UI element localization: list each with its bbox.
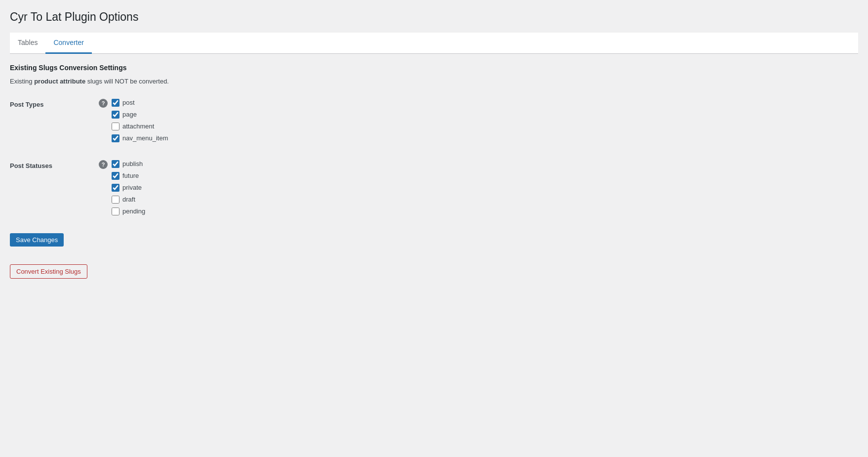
checkbox-nav-menu-item[interactable] [112, 134, 119, 142]
checkbox-page[interactable] [112, 111, 119, 119]
checkbox-row-publish: publish [112, 160, 145, 168]
checkbox-row-attachment: attachment [112, 123, 168, 130]
checkbox-row-private: private [112, 184, 145, 192]
checkbox-post[interactable] [112, 99, 119, 107]
checkbox-label-post: post [122, 99, 135, 106]
checkbox-label-attachment: attachment [122, 123, 154, 130]
post-types-help-icon[interactable]: ? [99, 99, 108, 108]
checkbox-label-private: private [122, 184, 142, 191]
notice-text: Existing product attribute slugs will NO… [10, 78, 858, 85]
checkbox-row-pending: pending [112, 208, 145, 215]
page-wrapper: Cyr To Lat Plugin Options Tables Convert… [0, 0, 868, 306]
checkbox-draft[interactable] [112, 196, 119, 204]
checkbox-private[interactable] [112, 184, 119, 192]
tabs-bar: Tables Converter [10, 33, 858, 54]
convert-button-row: Convert Existing Slugs [10, 264, 858, 279]
convert-existing-slugs-button[interactable]: Convert Existing Slugs [10, 264, 87, 279]
post-statuses-checkboxes: publish future private [112, 160, 145, 219]
content-area: Existing Slugs Conversion Settings Exist… [10, 54, 858, 296]
checkbox-label-publish: publish [122, 160, 143, 167]
checkbox-row-nav-menu-item: nav_menu_item [112, 134, 168, 142]
spacer-row [10, 150, 858, 156]
post-types-label: Post Types [10, 101, 43, 108]
tab-tables[interactable]: Tables [10, 33, 45, 54]
checkbox-label-draft: draft [122, 196, 135, 203]
checkbox-row-post: post [112, 99, 168, 107]
checkbox-label-page: page [122, 111, 137, 118]
save-button-row: Save Changes [10, 233, 858, 256]
checkbox-row-future: future [112, 172, 145, 180]
checkbox-future[interactable] [112, 172, 119, 180]
tab-converter[interactable]: Converter [45, 33, 91, 54]
post-statuses-row: Post Statuses ? publish [10, 156, 858, 223]
settings-table: Post Types ? post [10, 95, 858, 223]
page-title: Cyr To Lat Plugin Options [10, 10, 858, 25]
checkbox-label-future: future [122, 172, 139, 179]
section-title: Existing Slugs Conversion Settings [10, 64, 858, 72]
checkbox-row-page: page [112, 111, 168, 119]
post-types-checkboxes: post page attachment [112, 99, 168, 146]
checkbox-label-pending: pending [122, 208, 145, 215]
post-statuses-help-icon[interactable]: ? [99, 160, 108, 169]
checkbox-pending[interactable] [112, 208, 119, 215]
checkbox-label-nav-menu-item: nav_menu_item [122, 134, 168, 142]
post-statuses-label: Post Statuses [10, 162, 52, 169]
checkbox-attachment[interactable] [112, 123, 119, 130]
checkbox-row-draft: draft [112, 196, 145, 204]
post-types-row: Post Types ? post [10, 95, 858, 150]
save-button[interactable]: Save Changes [10, 233, 64, 247]
checkbox-publish[interactable] [112, 160, 119, 168]
